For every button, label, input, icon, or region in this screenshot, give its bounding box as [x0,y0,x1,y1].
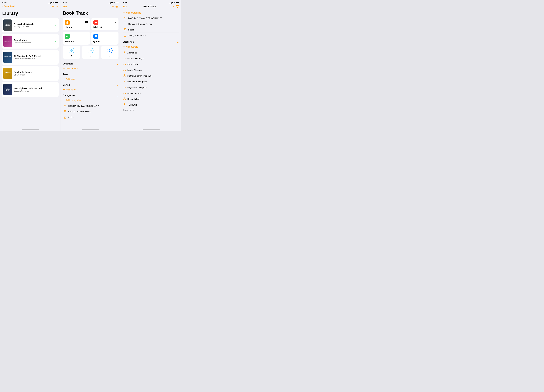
statistics-card[interactable]: Statistics [63,32,90,45]
edit-button-3[interactable]: Edit [123,5,127,8]
series-section[interactable]: Series ⌄ [60,82,121,88]
stat-infinity[interactable]: 0 [82,46,100,59]
author-name-tallo: Tallo Katie [127,104,137,106]
book-cover-3: DEALING IN DREAMS [3,68,12,79]
book-item-3[interactable]: DEALING IN DREAMS Dealing in Dreams Lill… [2,66,59,81]
author-radtke[interactable]: Radtke Kristen [123,90,179,96]
more-options-button[interactable]: ··· [55,5,58,8]
p3-cat-biography[interactable]: BIOGRAPHY & AUTOBIOGRAPHY [123,15,179,21]
book-check-1: ✓ [54,39,57,43]
stat-reading-count: 8 [71,54,72,57]
author-icon-radtke [123,92,126,95]
small-cards-grid: Statistics Quotes [60,32,121,45]
author-icon-barnett [123,57,126,60]
stat-reading-icon [69,48,74,53]
main-grid-cards: 10 Library 0 Wish list [60,18,121,30]
add-button-3[interactable]: + [172,5,174,8]
home-indicator-1 [22,129,39,130]
statistics-icon [65,34,70,39]
add-categories-p3[interactable]: + Add categories [123,10,179,15]
authors-section: Authors ⌄ + Add authors Ali Monica Barne… [121,38,181,112]
author-barnett[interactable]: Barnett Brittany K. [123,56,179,61]
cat-comics[interactable]: Comics & Graphic Novels [60,109,121,115]
author-montimore[interactable]: Montimore Margarita [123,79,179,85]
p3-cat-icon-ya [123,34,127,37]
signal-icon-1: ▂▄▆ [48,1,52,3]
show-more-authors[interactable]: Show more [123,108,179,112]
cat-fiction[interactable]: Fiction [60,115,121,120]
wishlist-card[interactable]: 0 Wish list [91,18,119,30]
panel-library: 9:28 ▂▄▆ ⊛ ▮▮▮ ‹ Book Track + ··· Librar… [0,0,60,131]
author-tallo[interactable]: Tallo Katie [123,102,179,108]
signal-icon-2: ▂▄▆ [109,1,113,3]
time-2: 9:28 [63,1,67,4]
library-label: Library [65,26,88,28]
author-name-martin: Martin Chelsea [127,69,142,71]
back-button[interactable]: ‹ Book Track [2,5,16,8]
quotes-card[interactable]: Quotes [91,32,119,45]
add-location-row[interactable]: + Add location [60,66,121,71]
stat-infinity-count: 0 [90,54,91,57]
tags-section[interactable]: Tags ⌄ [60,71,121,77]
signal-icon-3: ▂▄▆ [170,1,173,3]
book-item-2[interactable]: All This Could Be Different All This Cou… [2,50,59,65]
book-title-1: Acts of Violet [14,39,52,41]
author-martin[interactable]: Martin Chelsea [123,67,179,73]
book-author-3: Lilliam Rivera [14,74,57,76]
add-categories-row-2[interactable]: + Add categories [60,98,121,103]
author-mathews[interactable]: Mathews Sarah Thankam [123,73,179,79]
add-tags-row[interactable]: + Add tags [60,77,121,82]
author-icon-ali [123,51,126,54]
author-kann[interactable]: Kann Claire [123,61,179,67]
location-section[interactable]: Location ⌄ [60,61,121,66]
author-nagamatsu[interactable]: Nagamatsu Sequoia [123,85,179,90]
author-rivera[interactable]: Rivera Lilliam [123,96,179,102]
svg-rect-33 [124,17,126,19]
wifi-icon-2: ⊛ [113,1,115,3]
add-authors-row[interactable]: + Add authors [123,45,179,50]
book-cover-2: All This Could Be Different [3,52,12,63]
panel-booktrack: 9:28 ▂▄▆ ⊛ ▮▮▮ Edit + Book Track [60,0,121,131]
library-card[interactable]: 10 Library [63,18,90,30]
book-item-1[interactable]: Acts of Violet Acts of Violet Margarita … [2,34,59,49]
book-item-4[interactable]: HOW HIGH WE GO IN THE DARK How High We G… [2,82,59,97]
book-list: A KNOCK AT MIDNIGHT A Knock at Midnight … [0,18,60,128]
page-title-library: Library [0,9,60,18]
p3-cat-ya[interactable]: Young Adult Fiction [123,33,179,38]
settings-button-3[interactable] [176,5,179,9]
svg-rect-8 [67,22,68,23]
battery-icon-2: ▮▮▮ [116,1,118,3]
author-ali-monica[interactable]: Ali Monica [123,50,179,56]
cat-label-fiction: Fiction [68,116,74,118]
add-book-button[interactable]: + [52,5,54,8]
cat-biography[interactable]: BIOGRAPHY & AUTOBIOGRAPHY [60,103,121,109]
book-item-0[interactable]: A KNOCK AT MIDNIGHT A Knock at Midnight … [2,18,59,32]
svg-rect-7 [67,22,67,23]
time-1: 9:28 [2,1,6,4]
stat-done[interactable]: 2 [101,46,118,59]
settings-button-2[interactable] [115,5,118,9]
statistics-label: Statistics [65,40,88,43]
p3-cat-fiction[interactable]: Fiction [123,27,179,33]
categories-section[interactable]: Categories ⌄ [60,92,121,98]
nav-bar-2: Edit + [60,4,121,10]
authors-chevron[interactable]: ⌄ [177,40,179,44]
stat-reading[interactable]: 8 [63,46,80,59]
series-title: Series [63,84,70,86]
p3-cat-label-comics: Comics & Graphic Novels [128,23,152,25]
author-name-radtke: Radtke Kristen [127,92,141,94]
wishlist-count: 0 [115,20,117,24]
svg-rect-6 [66,22,66,23]
add-series-row[interactable]: + Add series [60,88,121,92]
edit-button-2[interactable]: Edit [63,5,67,8]
add-button-2[interactable]: + [112,5,114,8]
battery-icon-1: ▮▮▮ [55,1,58,3]
author-icon-nagamatsu [123,86,126,89]
author-icon-martin [123,68,126,72]
book-info-0: A Knock at Midnight Brittany K. Barnett [14,23,52,28]
author-name-mathews: Mathews Sarah Thankam [127,75,152,77]
panel-categories: 9:28 ▂▄▆ ⊛ ▮▮▮ Edit Book Track + [121,0,181,131]
book-author-4: Sequoia Nagamatsu [14,90,57,92]
p3-cat-comics[interactable]: Comics & Graphic Novels [123,21,179,27]
book-author-0: Brittany K. Barnett [14,26,52,28]
